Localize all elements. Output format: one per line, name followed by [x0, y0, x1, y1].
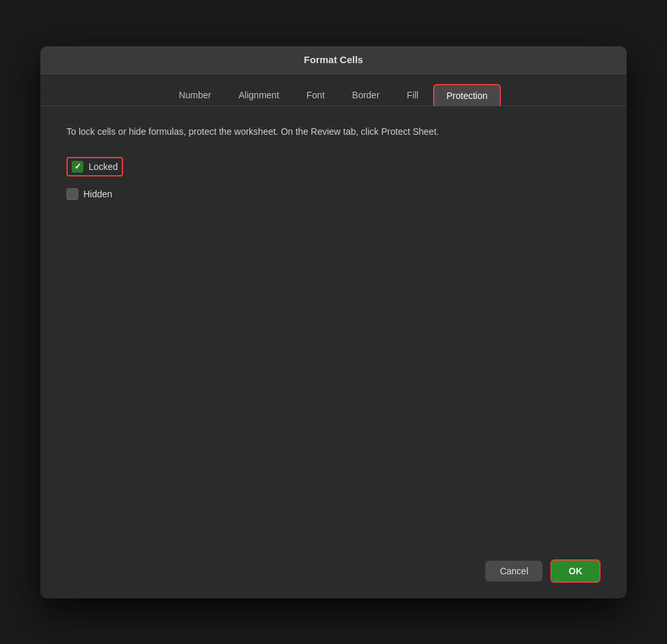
cancel-button[interactable]: Cancel: [485, 561, 543, 581]
tab-alignment[interactable]: Alignment: [226, 84, 291, 106]
format-cells-dialog: Format Cells Number Alignment Font Borde…: [40, 46, 627, 598]
hidden-label: Hidden: [83, 189, 112, 199]
protection-description: To lock cells or hide formulas, protect …: [66, 124, 575, 139]
dialog-title: Format Cells: [304, 54, 363, 65]
dialog-titlebar: Format Cells: [40, 46, 627, 74]
tab-protection[interactable]: Protection: [433, 84, 500, 106]
ok-button[interactable]: OK: [550, 559, 601, 583]
locked-checkbox[interactable]: ✓: [72, 161, 83, 173]
tab-number[interactable]: Number: [166, 84, 223, 106]
tab-fill[interactable]: Fill: [395, 84, 431, 106]
locked-checkmark: ✓: [74, 162, 81, 171]
dialog-footer: Cancel OK: [40, 549, 627, 598]
locked-label: Locked: [89, 161, 118, 172]
hidden-checkbox[interactable]: [66, 188, 78, 200]
tab-border[interactable]: Border: [340, 84, 392, 106]
tab-bar: Number Alignment Font Border Fill Protec…: [40, 74, 627, 106]
dialog-body: To lock cells or hide formulas, protect …: [40, 106, 627, 549]
tab-font[interactable]: Font: [294, 84, 337, 106]
locked-checkbox-wrapper[interactable]: ✓ Locked: [66, 157, 123, 176]
locked-checkbox-row: ✓ Locked: [66, 157, 601, 176]
hidden-checkbox-row: Hidden: [66, 186, 601, 203]
